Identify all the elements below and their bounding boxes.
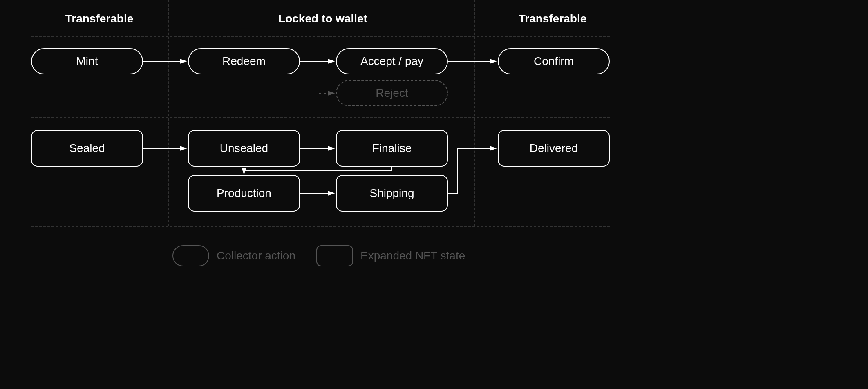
state-shipping-label: Shipping (370, 187, 414, 200)
state-unsealed-label: Unsealed (220, 142, 268, 155)
action-accept-label: Accept / pay (360, 55, 423, 68)
state-sealed-label: Sealed (69, 142, 105, 155)
state-production-label: Production (217, 187, 271, 200)
arrow-redeem-to-reject (318, 74, 334, 93)
column-header-transferable-right: Transferable (512, 12, 593, 25)
action-mint: Mint (31, 48, 143, 74)
arrow-shipping-to-delivered (448, 148, 496, 193)
action-reject-label: Reject (376, 87, 408, 100)
state-finalise: Finalise (336, 130, 448, 167)
action-confirm: Confirm (498, 48, 610, 74)
divider-middle (31, 117, 610, 118)
divider-col1 (168, 0, 169, 226)
state-finalise-label: Finalise (372, 142, 412, 155)
state-unsealed: Unsealed (188, 130, 300, 167)
column-header-locked: Locked to wallet (270, 12, 376, 25)
legend-collector-shape (172, 245, 209, 266)
diagram-canvas: Transferable Locked to wallet Transferab… (0, 0, 868, 389)
arrow-finalise-to-production (244, 167, 392, 174)
state-delivered: Delivered (498, 130, 610, 167)
legend-collector-label: Collector action (217, 249, 295, 262)
legend-nftstate-label: Expanded NFT state (360, 249, 465, 262)
action-redeem: Redeem (188, 48, 300, 74)
state-sealed: Sealed (31, 130, 143, 167)
action-redeem-label: Redeem (222, 55, 266, 68)
state-production: Production (188, 175, 300, 212)
divider-bottom (31, 226, 610, 227)
column-header-transferable-left: Transferable (58, 12, 140, 25)
state-shipping: Shipping (336, 175, 448, 212)
state-delivered-label: Delivered (530, 142, 578, 155)
action-accept: Accept / pay (336, 48, 448, 74)
divider-top (31, 36, 610, 37)
divider-col2 (474, 0, 475, 226)
legend-nftstate-shape (316, 245, 353, 266)
action-mint-label: Mint (76, 55, 98, 68)
action-confirm-label: Confirm (534, 55, 574, 68)
action-reject: Reject (336, 80, 448, 106)
